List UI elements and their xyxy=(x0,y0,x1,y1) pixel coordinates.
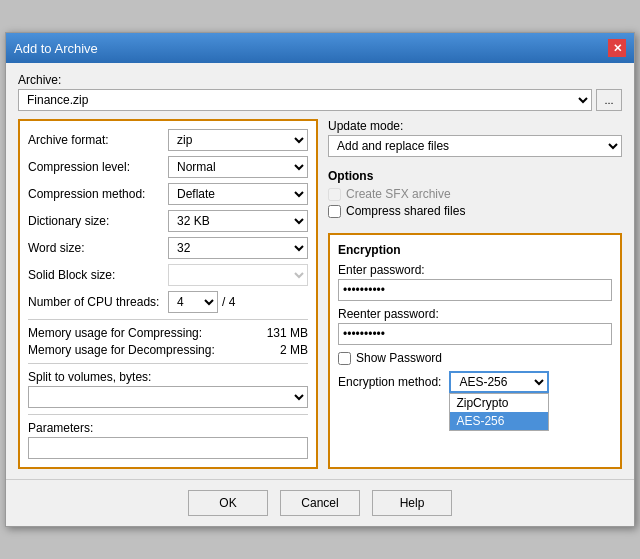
password-field: Enter password: xyxy=(338,263,612,301)
cpu-threads-row: Number of CPU threads: 4 / 4 xyxy=(28,291,308,313)
dialog-body: Archive: Finance.zip ... Archive format:… xyxy=(6,63,634,479)
update-mode-label: Update mode: xyxy=(328,119,622,133)
mem-decompress-label: Memory usage for Decompressing: xyxy=(28,343,248,357)
password-label: Enter password: xyxy=(338,263,612,277)
split-select[interactable] xyxy=(28,386,308,408)
compression-level-label: Compression level: xyxy=(28,160,168,174)
word-size-row: Word size: 32 xyxy=(28,237,308,259)
solid-block-select[interactable] xyxy=(168,264,308,286)
title-bar: Add to Archive ✕ xyxy=(6,33,634,63)
split-row: Split to volumes, bytes: xyxy=(28,370,308,408)
password-input[interactable] xyxy=(338,279,612,301)
help-button[interactable]: Help xyxy=(372,490,452,516)
archive-row: Finance.zip ... xyxy=(18,89,622,111)
solid-block-label: Solid Block size: xyxy=(28,268,168,282)
dialog-footer: OK Cancel Help xyxy=(6,479,634,526)
dropdown-option-zipcrypto[interactable]: ZipCrypto xyxy=(450,394,548,412)
dialog-title: Add to Archive xyxy=(14,41,98,56)
dropdown-option-aes256[interactable]: AES-256 xyxy=(450,412,548,430)
solid-block-row: Solid Block size: xyxy=(28,264,308,286)
update-mode-section: Update mode: Add and replace files Updat… xyxy=(328,119,622,157)
add-to-archive-dialog: Add to Archive ✕ Archive: Finance.zip ..… xyxy=(5,32,635,527)
cpu-threads-select[interactable]: 4 xyxy=(168,291,218,313)
cancel-button[interactable]: Cancel xyxy=(280,490,360,516)
archive-format-select[interactable]: zip rar 7z xyxy=(168,129,308,151)
mem-decompress-row: Memory usage for Decompressing: 2 MB xyxy=(28,343,308,357)
encryption-title: Encryption xyxy=(338,243,612,257)
left-panel: Archive format: zip rar 7z Compression l… xyxy=(18,119,318,469)
options-title: Options xyxy=(328,169,622,183)
dict-size-label: Dictionary size: xyxy=(28,214,168,228)
show-password-label: Show Password xyxy=(356,351,442,365)
dict-size-select[interactable]: 32 KB xyxy=(168,210,308,232)
sfx-checkbox-row: Create SFX archive xyxy=(328,187,622,201)
mem-compress-value: 131 MB xyxy=(248,326,308,340)
params-label: Parameters: xyxy=(28,421,308,435)
word-size-select[interactable]: 32 xyxy=(168,237,308,259)
reenter-label: Reenter password: xyxy=(338,307,612,321)
enc-method-row: Encryption method: AES-256 ZipCrypto AES… xyxy=(338,371,612,393)
params-input[interactable] xyxy=(28,437,308,459)
dict-size-row: Dictionary size: 32 KB xyxy=(28,210,308,232)
shared-label: Compress shared files xyxy=(346,204,465,218)
encryption-section: Encryption Enter password: Reenter passw… xyxy=(328,233,622,469)
mem-compress-label: Memory usage for Compressing: xyxy=(28,326,248,340)
archive-format-label: Archive format: xyxy=(28,133,168,147)
right-panel: Update mode: Add and replace files Updat… xyxy=(328,119,622,469)
cpu-threads-label: Number of CPU threads: xyxy=(28,295,168,309)
reenter-input[interactable] xyxy=(338,323,612,345)
enc-method-dropdown: ZipCrypto AES-256 xyxy=(449,393,549,431)
update-mode-select[interactable]: Add and replace files Update and add fil… xyxy=(328,135,622,157)
compression-method-select[interactable]: Deflate xyxy=(168,183,308,205)
options-section: Options Create SFX archive Compress shar… xyxy=(328,169,622,221)
archive-input-row: Finance.zip ... xyxy=(18,89,622,111)
sfx-label: Create SFX archive xyxy=(346,187,451,201)
ok-button[interactable]: OK xyxy=(188,490,268,516)
archive-format-row: Archive format: zip rar 7z xyxy=(28,129,308,151)
archive-label: Archive: xyxy=(18,73,622,87)
split-label: Split to volumes, bytes: xyxy=(28,370,308,384)
mem-decompress-value: 2 MB xyxy=(248,343,308,357)
shared-checkbox[interactable] xyxy=(328,205,341,218)
enc-method-select[interactable]: AES-256 xyxy=(449,371,549,393)
params-row: Parameters: xyxy=(28,421,308,459)
show-password-row: Show Password xyxy=(338,351,612,365)
enc-method-label: Encryption method: xyxy=(338,375,441,389)
cpu-threads-suffix: / 4 xyxy=(222,295,235,309)
main-content: Archive format: zip rar 7z Compression l… xyxy=(18,119,622,469)
show-password-checkbox[interactable] xyxy=(338,352,351,365)
enc-method-container: AES-256 ZipCrypto AES-256 xyxy=(449,371,549,393)
compression-level-row: Compression level: Normal xyxy=(28,156,308,178)
compression-level-select[interactable]: Normal xyxy=(168,156,308,178)
reenter-field: Reenter password: xyxy=(338,307,612,345)
word-size-label: Word size: xyxy=(28,241,168,255)
sfx-checkbox[interactable] xyxy=(328,188,341,201)
mem-compress-row: Memory usage for Compressing: 131 MB xyxy=(28,326,308,340)
browse-button[interactable]: ... xyxy=(596,89,622,111)
compression-method-row: Compression method: Deflate xyxy=(28,183,308,205)
archive-select[interactable]: Finance.zip xyxy=(18,89,592,111)
shared-checkbox-row: Compress shared files xyxy=(328,204,622,218)
close-button[interactable]: ✕ xyxy=(608,39,626,57)
compression-method-label: Compression method: xyxy=(28,187,168,201)
